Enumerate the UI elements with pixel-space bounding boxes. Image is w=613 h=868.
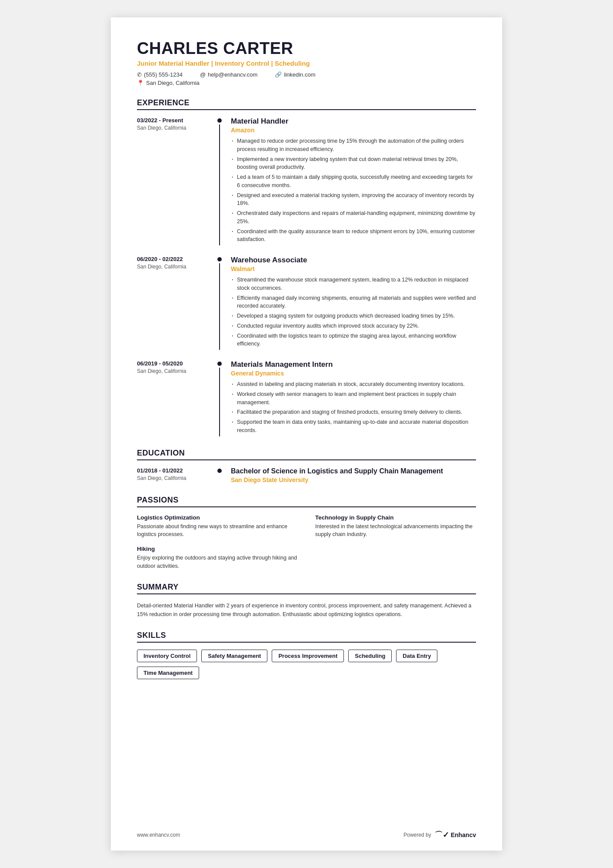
summary-section-title: SUMMARY bbox=[137, 583, 476, 594]
brand-name: Enhancv bbox=[451, 831, 476, 838]
phone-icon: ✆ bbox=[137, 71, 142, 78]
passion-desc-3: Enjoy exploring the outdoors and staying… bbox=[137, 554, 298, 570]
exp-dot-3 bbox=[217, 362, 222, 366]
bullet-2-2: Efficiently managed daily incoming shipm… bbox=[231, 294, 476, 311]
bullet-1-4: Designed and executed a material trackin… bbox=[231, 191, 476, 208]
summary-text: Detail-oriented Material Handler with 2 … bbox=[137, 601, 476, 619]
bullet-3-1: Assisted in labeling and placing materia… bbox=[231, 380, 476, 389]
exp-company-3: General Dynamics bbox=[231, 370, 476, 377]
exp-left-2: 06/2020 - 02/2022 San Diego, California bbox=[137, 256, 215, 350]
footer-url: www.enhancv.com bbox=[137, 832, 180, 838]
experience-item-1: 03/2022 - Present San Diego, California … bbox=[137, 117, 476, 245]
skill-tag-2: Safety Management bbox=[201, 650, 267, 662]
exp-left-1: 03/2022 - Present San Diego, California bbox=[137, 117, 215, 245]
exp-job-title-3: Materials Management Intern bbox=[231, 360, 476, 369]
passion-desc-2: Interested in the latest technological a… bbox=[315, 523, 476, 539]
education-item-1: 01/2018 - 01/2022 San Diego, California … bbox=[137, 467, 476, 483]
edu-dot-1 bbox=[217, 469, 222, 473]
passions-grid: Logistics Optimization Passionate about … bbox=[137, 514, 476, 570]
experience-section-title: EXPERIENCE bbox=[137, 98, 476, 110]
exp-right-1: Material Handler Amazon Managed to reduc… bbox=[224, 117, 476, 245]
skill-tag-3: Process Improvement bbox=[272, 650, 344, 662]
edu-date-1: 01/2018 - 01/2022 bbox=[137, 467, 211, 474]
summary-section: SUMMARY Detail-oriented Material Handler… bbox=[137, 583, 476, 619]
skills-section: SKILLS Inventory Control Safety Manageme… bbox=[137, 631, 476, 679]
resume-page: CHARLES CARTER Junior Material Handler |… bbox=[111, 17, 502, 851]
exp-job-title-2: Warehouse Associate bbox=[231, 256, 476, 265]
footer-powered: Powered by ⌒✓ Enhancv bbox=[403, 830, 476, 840]
edu-left-1: 01/2018 - 01/2022 San Diego, California bbox=[137, 467, 215, 483]
bullet-1-2: Implemented a new inventory labeling sys… bbox=[231, 155, 476, 172]
experience-section: EXPERIENCE 03/2022 - Present San Diego, … bbox=[137, 98, 476, 436]
bullet-2-4: Conducted regular inventory audits which… bbox=[231, 322, 476, 330]
exp-dot-2 bbox=[217, 257, 222, 261]
edu-location-1: San Diego, California bbox=[137, 475, 211, 481]
exp-bullets-3: Assisted in labeling and placing materia… bbox=[231, 380, 476, 435]
exp-line-3 bbox=[219, 368, 220, 436]
enhancv-logo: ⌒✓ Enhancv bbox=[435, 830, 476, 840]
passion-item-3: Hiking Enjoy exploring the outdoors and … bbox=[137, 546, 298, 570]
exp-right-3: Materials Management Intern General Dyna… bbox=[224, 360, 476, 436]
exp-date-3: 06/2019 - 05/2020 bbox=[137, 360, 211, 367]
exp-divider-2 bbox=[215, 256, 224, 350]
enhancv-icon: ⌒✓ bbox=[435, 830, 449, 840]
candidate-name: CHARLES CARTER bbox=[137, 39, 476, 58]
bullet-2-3: Developed a staging system for outgoing … bbox=[231, 312, 476, 320]
bullet-3-4: Supported the team in data entry tasks, … bbox=[231, 418, 476, 435]
bullet-2-1: Streamlined the warehouse stock manageme… bbox=[231, 276, 476, 292]
bullet-1-6: Coordinated with the quality assurance t… bbox=[231, 228, 476, 244]
passion-item-2: Technology in Supply Chain Interested in… bbox=[315, 514, 476, 539]
bullet-3-2: Worked closely with senior managers to l… bbox=[231, 390, 476, 407]
phone-contact: ✆ (555) 555-1234 bbox=[137, 71, 183, 78]
passion-title-3: Hiking bbox=[137, 546, 298, 552]
skills-section-title: SKILLS bbox=[137, 631, 476, 643]
contact-row: ✆ (555) 555-1234 @ help@enhancv.com 🔗 li… bbox=[137, 71, 476, 78]
exp-location-1: San Diego, California bbox=[137, 125, 211, 131]
powered-by-label: Powered by bbox=[403, 832, 431, 838]
edu-degree-1: Bachelor of Science in Logistics and Sup… bbox=[231, 467, 476, 475]
passion-title-1: Logistics Optimization bbox=[137, 514, 298, 521]
candidate-title: Junior Material Handler | Inventory Cont… bbox=[137, 60, 476, 67]
exp-line-2 bbox=[219, 263, 220, 350]
exp-bullets-2: Streamlined the warehouse stock manageme… bbox=[231, 276, 476, 348]
passion-desc-1: Passionate about finding new ways to str… bbox=[137, 523, 298, 539]
exp-left-3: 06/2019 - 05/2020 San Diego, California bbox=[137, 360, 215, 436]
exp-right-2: Warehouse Associate Walmart Streamlined … bbox=[224, 256, 476, 350]
exp-job-title-1: Material Handler bbox=[231, 117, 476, 126]
experience-item-2: 06/2020 - 02/2022 San Diego, California … bbox=[137, 256, 476, 350]
experience-item-3: 06/2019 - 05/2020 San Diego, California … bbox=[137, 360, 476, 436]
bullet-1-3: Led a team of 5 to maintain a daily ship… bbox=[231, 173, 476, 190]
bullet-1-1: Managed to reduce order processing time … bbox=[231, 137, 476, 154]
exp-dot-1 bbox=[217, 118, 222, 123]
linkedin-contact: 🔗 linkedin.com bbox=[275, 71, 315, 78]
exp-date-1: 03/2022 - Present bbox=[137, 117, 211, 124]
passions-section: PASSIONS Logistics Optimization Passiona… bbox=[137, 496, 476, 570]
bullet-3-3: Facilitated the preparation and staging … bbox=[231, 408, 476, 416]
edu-right-1: Bachelor of Science in Logistics and Sup… bbox=[224, 467, 476, 483]
exp-location-3: San Diego, California bbox=[137, 368, 211, 374]
education-section: EDUCATION 01/2018 - 01/2022 San Diego, C… bbox=[137, 449, 476, 483]
edu-divider-1 bbox=[215, 467, 224, 483]
skill-tag-1: Inventory Control bbox=[137, 650, 197, 662]
email-contact: @ help@enhancv.com bbox=[200, 71, 257, 78]
exp-company-1: Amazon bbox=[231, 127, 476, 134]
passions-section-title: PASSIONS bbox=[137, 496, 476, 507]
exp-company-2: Walmart bbox=[231, 265, 476, 272]
skill-tag-6: Time Management bbox=[137, 667, 199, 679]
resume-header: CHARLES CARTER Junior Material Handler |… bbox=[137, 39, 476, 86]
passion-title-2: Technology in Supply Chain bbox=[315, 514, 476, 521]
passion-item-1: Logistics Optimization Passionate about … bbox=[137, 514, 298, 539]
exp-divider-3 bbox=[215, 360, 224, 436]
bullet-2-5: Coordinated with the logistics team to o… bbox=[231, 332, 476, 349]
exp-location-2: San Diego, California bbox=[137, 264, 211, 270]
skill-tag-5: Data Entry bbox=[396, 650, 437, 662]
edu-school-1: San Diego State University bbox=[231, 476, 476, 483]
skill-tag-4: Scheduling bbox=[348, 650, 392, 662]
location-contact: 📍 San Diego, California bbox=[137, 80, 476, 86]
linkedin-icon: 🔗 bbox=[275, 71, 282, 78]
exp-divider-1 bbox=[215, 117, 224, 245]
location-icon: 📍 bbox=[137, 80, 144, 86]
skills-list: Inventory Control Safety Management Proc… bbox=[137, 650, 476, 679]
exp-date-2: 06/2020 - 02/2022 bbox=[137, 256, 211, 262]
exp-line-1 bbox=[219, 124, 220, 245]
